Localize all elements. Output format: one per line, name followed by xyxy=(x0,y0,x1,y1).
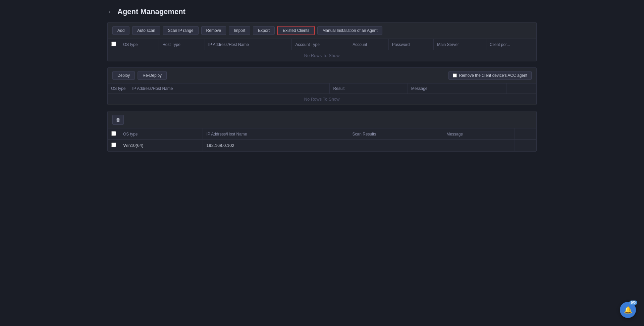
bell-icon: 🔔 xyxy=(624,306,632,314)
existed-clients-button[interactable]: Existed Clients xyxy=(277,26,315,35)
row-extra xyxy=(515,140,536,151)
mid-col-os-type: OS type xyxy=(108,84,129,94)
auto-scan-button[interactable]: Auto scan xyxy=(132,26,160,35)
middle-table: OS type IP Address/Host Name Result Mess… xyxy=(108,84,536,105)
bot-col-scan-results: Scan Results xyxy=(349,128,443,140)
remove-button[interactable]: Remove xyxy=(201,26,226,35)
add-button[interactable]: Add xyxy=(112,26,129,35)
export-button[interactable]: Export xyxy=(253,26,275,35)
remove-acc-agent-checkbox[interactable] xyxy=(453,73,457,77)
notification-bubble[interactable]: 0/0 🔔 xyxy=(620,302,636,318)
row-message xyxy=(443,140,515,151)
middle-toolbar: Deploy Re-Deploy Remove the client devic… xyxy=(108,68,536,84)
manual-installation-button[interactable]: Manual Installation of an Agent xyxy=(317,26,382,35)
col-os-type: OS type xyxy=(120,39,159,50)
mid-col-message: Message xyxy=(408,84,506,94)
mid-col-result: Result xyxy=(330,84,408,94)
deploy-button[interactable]: Deploy xyxy=(112,71,135,80)
remove-acc-agent-text: Remove the client device's ACC agent xyxy=(459,73,527,78)
col-account: Account xyxy=(349,39,389,50)
top-table-select-all-header xyxy=(108,39,120,50)
mid-col-ip-address: IP Address/Host Name xyxy=(129,84,330,94)
row-checkbox[interactable] xyxy=(111,143,116,147)
bottom-table-select-all-header xyxy=(108,128,120,140)
row-scan-results xyxy=(349,140,443,151)
bottom-toolbar: 🗑 xyxy=(108,111,536,128)
top-table: OS type Host Type IP Address/Host Name A… xyxy=(108,39,536,61)
top-table-container: OS type Host Type IP Address/Host Name A… xyxy=(108,39,536,61)
page-header: ← Agent Management xyxy=(0,0,644,22)
bot-col-extra xyxy=(515,128,536,140)
row-ip-address: 192.168.0.102 xyxy=(203,140,349,151)
main-content: Add Auto scan Scan IP range Remove Impor… xyxy=(0,22,644,152)
col-host-type: Host Type xyxy=(159,39,205,50)
redeploy-button[interactable]: Re-Deploy xyxy=(138,71,167,80)
bottom-table-select-all-checkbox[interactable] xyxy=(111,131,116,136)
top-toolbar: Add Auto scan Scan IP range Remove Impor… xyxy=(108,22,536,39)
row-checkbox-cell xyxy=(108,140,120,151)
middle-panel: Deploy Re-Deploy Remove the client devic… xyxy=(107,67,537,105)
col-ip-address: IP Address/Host Name xyxy=(205,39,292,50)
mid-col-extra xyxy=(506,84,536,94)
table-row: Win10(64) 192.168.0.102 xyxy=(108,140,536,151)
remove-acc-agent-label[interactable]: Remove the client device's ACC agent xyxy=(448,71,532,80)
delete-button[interactable]: 🗑 xyxy=(112,115,124,125)
notification-count: 0/0 xyxy=(629,301,637,305)
bot-col-ip-address: IP Address/Host Name xyxy=(203,128,349,140)
bot-col-message: Message xyxy=(443,128,515,140)
back-button[interactable]: ← xyxy=(107,8,113,15)
row-os-type: Win10(64) xyxy=(120,140,203,151)
middle-table-no-rows: No Rows To Show xyxy=(108,94,536,105)
top-panel: Add Auto scan Scan IP range Remove Impor… xyxy=(107,22,537,61)
bottom-table: OS type IP Address/Host Name Scan Result… xyxy=(108,128,536,151)
page-title: Agent Management xyxy=(117,7,185,16)
middle-table-container: OS type IP Address/Host Name Result Mess… xyxy=(108,84,536,105)
col-account-type: Account Type xyxy=(292,39,349,50)
top-table-no-rows: No Rows To Show xyxy=(108,50,536,61)
col-main-server: Main Server xyxy=(434,39,486,50)
import-button[interactable]: Import xyxy=(229,26,250,35)
col-client-port: Client por... xyxy=(486,39,536,50)
col-password: Password xyxy=(388,39,434,50)
bot-col-os-type: OS type xyxy=(120,128,203,140)
top-table-select-all-checkbox[interactable] xyxy=(111,42,116,46)
bottom-panel: 🗑 OS type IP Address/Host Name Scan Resu… xyxy=(107,111,537,152)
bottom-table-container: OS type IP Address/Host Name Scan Result… xyxy=(108,128,536,151)
scan-ip-range-button[interactable]: Scan IP range xyxy=(163,26,199,35)
